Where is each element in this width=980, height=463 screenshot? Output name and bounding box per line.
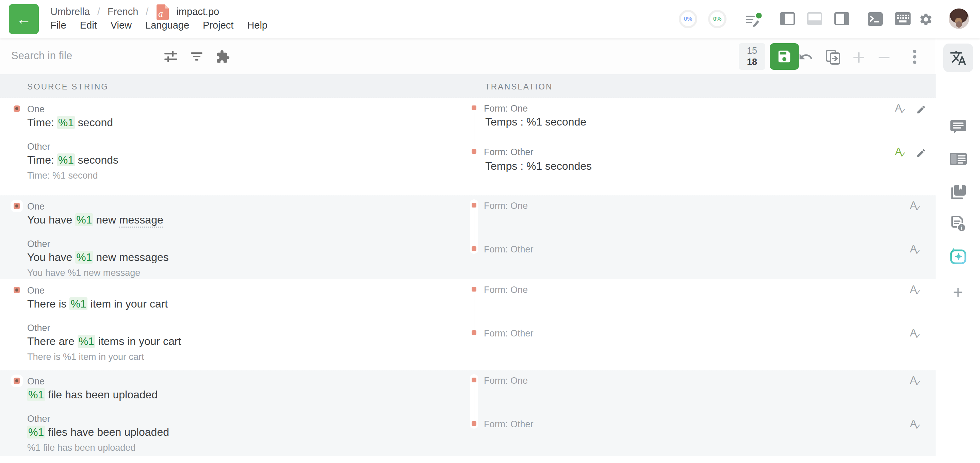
placeholder-token: %1 <box>69 298 87 310</box>
settings-gear-icon[interactable] <box>919 12 933 27</box>
translation-cell[interactable]: Form: OneTemps : %1 secondeForm: OtherTe… <box>472 98 936 195</box>
translation-form-label: Form: One <box>484 285 528 295</box>
string-context: Time: %1 second <box>27 170 98 181</box>
comments-icon[interactable] <box>950 120 966 134</box>
translation-text[interactable]: Temps : %1 seconde <box>485 116 586 128</box>
activity-status-icon[interactable] <box>745 12 763 28</box>
spellcheck-icon[interactable]: A✓ <box>910 374 921 388</box>
translate-icon <box>950 49 967 66</box>
source-text: There is %1 item in your cart <box>27 298 168 310</box>
svg-text:a: a <box>158 8 163 19</box>
placeholder-token: %1 <box>75 251 93 264</box>
edit-pencil-icon[interactable] <box>916 148 926 158</box>
source-cell: OneThere is %1 item in your cartOtherThe… <box>0 279 472 370</box>
spellcheck-icon[interactable]: A✓ <box>910 418 921 431</box>
filter-strings-icon[interactable] <box>190 50 204 63</box>
placeholder-token: %1 <box>57 153 75 166</box>
advanced-filter-icon[interactable] <box>164 50 178 63</box>
spellcheck-icon[interactable]: A✓ <box>910 283 921 297</box>
menu-language[interactable]: Language <box>145 20 189 31</box>
undo-icon[interactable] <box>798 49 813 64</box>
copy-source-icon[interactable] <box>825 49 842 66</box>
spellcheck-icon[interactable]: A✓ <box>910 199 921 213</box>
search-input[interactable] <box>11 45 270 67</box>
form-action-icons: A✓ <box>910 283 921 297</box>
plugins-puzzle-icon[interactable] <box>216 50 230 64</box>
untranslated-marker <box>14 203 20 209</box>
untranslated-marker <box>14 105 20 112</box>
spellcheck-icon[interactable]: A✓ <box>910 243 921 256</box>
back-button[interactable]: ← <box>9 4 39 34</box>
translation-status-marker <box>472 421 476 426</box>
source-text: You have %1 new messages <box>27 251 169 264</box>
source-text: %1 files have been uploaded <box>27 426 169 439</box>
progress-badge-approved[interactable]: 0% <box>708 10 727 28</box>
breadcrumb-language[interactable]: French <box>108 6 138 18</box>
counter-current: 15 <box>747 45 757 56</box>
layout-right-panel-icon[interactable] <box>834 12 850 25</box>
menu-file[interactable]: File <box>50 20 66 31</box>
source-cell: OneYou have %1 new messageOtherYou have … <box>0 195 472 279</box>
translation-status-marker <box>472 246 476 251</box>
menu-project[interactable]: Project <box>203 20 234 31</box>
placeholder-token: %1 <box>27 388 45 401</box>
layout-bottom-panel-icon[interactable] <box>807 12 822 25</box>
translation-memory-icon[interactable] <box>950 184 966 200</box>
zoom-out-icon[interactable] <box>877 51 891 64</box>
glossary-card-icon[interactable] <box>950 153 967 165</box>
layout-left-panel-icon[interactable] <box>780 12 795 25</box>
form-action-icons: A✓ <box>910 243 921 256</box>
translation-form-label: Form: One <box>484 201 528 211</box>
source-text: There are %1 items in your cart <box>27 335 181 348</box>
plural-form-label: Other <box>27 414 50 424</box>
string-row[interactable]: OneTime: %1 secondOtherTime: %1 secondsT… <box>0 98 936 195</box>
file-context-icon[interactable]: i <box>950 216 966 233</box>
plural-form-label: Other <box>27 142 50 152</box>
string-row[interactable]: One%1 file has been uploadedOther%1 file… <box>0 370 936 456</box>
console-icon[interactable] <box>868 12 883 26</box>
more-options-icon[interactable] <box>913 49 917 64</box>
add-panel-icon[interactable]: + <box>953 282 963 302</box>
spellcheck-icon[interactable]: A✓ <box>895 102 907 116</box>
user-avatar[interactable] <box>949 8 969 29</box>
form-action-icons: A✓ <box>910 199 921 213</box>
translation-cell[interactable]: Form: OneForm: Other <box>472 370 936 456</box>
spellcheck-icon[interactable]: A✓ <box>895 146 907 159</box>
translation-form-label: Form: One <box>484 103 528 114</box>
progress-badge-translated[interactable]: 0% <box>679 10 697 28</box>
plural-connector-line <box>474 384 474 420</box>
translation-text[interactable]: Temps : %1 secondes <box>485 160 592 172</box>
menu-edit[interactable]: Edit <box>80 20 97 31</box>
translation-status-marker <box>472 287 476 291</box>
plural-form-label: One <box>27 201 45 212</box>
translation-cell[interactable]: Form: OneForm: Other <box>472 279 936 370</box>
string-row[interactable]: OneThere is %1 item in your cartOtherThe… <box>0 279 936 370</box>
save-button[interactable] <box>770 43 799 70</box>
breadcrumb: Umbrella / French / a impact.po <box>50 5 219 18</box>
plural-connector-line <box>474 112 474 148</box>
keyboard-shortcuts-icon[interactable] <box>895 12 911 25</box>
menu-bar: FileEditViewLanguageProjectHelp <box>50 20 267 31</box>
breadcrumb-separator: / <box>97 6 100 18</box>
breadcrumb-file[interactable]: impact.po <box>176 6 219 18</box>
string-row[interactable]: OneYou have %1 new messageOtherYou have … <box>0 195 936 279</box>
source-text: Time: %1 second <box>27 116 113 129</box>
spellcheck-icon[interactable]: A✓ <box>910 327 921 340</box>
source-text: Time: %1 seconds <box>27 154 118 166</box>
sidebar-tab-translations[interactable] <box>943 43 973 72</box>
string-context: There is %1 item in your cart <box>27 352 144 362</box>
translation-status-marker <box>472 330 476 335</box>
translation-form-label: Form: Other <box>484 244 533 255</box>
zoom-in-icon[interactable] <box>852 51 865 64</box>
ai-assistant-icon[interactable] <box>950 247 967 265</box>
translation-cell[interactable]: Form: OneForm: Other <box>472 195 936 279</box>
translation-form-label: Form: Other <box>484 419 533 430</box>
edit-pencil-icon[interactable] <box>916 105 926 115</box>
menu-view[interactable]: View <box>111 20 132 31</box>
menu-help[interactable]: Help <box>247 20 267 31</box>
source-cell: OneTime: %1 secondOtherTime: %1 secondsT… <box>0 98 472 195</box>
string-context: You have %1 new message <box>27 268 140 278</box>
breadcrumb-project[interactable]: Umbrella <box>50 6 90 18</box>
file-toolbar: 15 18 <box>0 38 936 74</box>
plural-form-label: One <box>27 376 45 387</box>
